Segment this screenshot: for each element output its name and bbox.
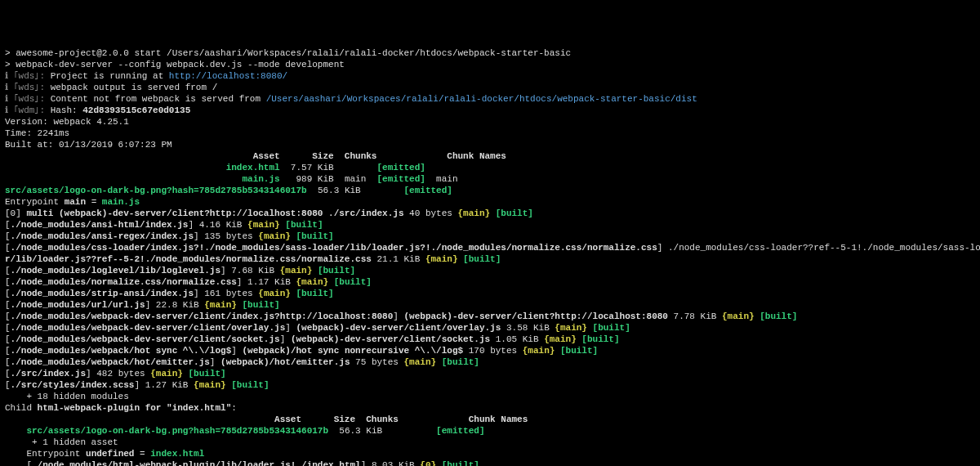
terminal-line: Asset Size Chunks Chunk Names [5, 150, 975, 162]
terminal-line: [./node_modules/loglevel/lib/loglevel.js… [5, 265, 975, 276]
terminal-line: src/assets/logo-on-dark-bg.png?hash=785d… [5, 425, 975, 437]
terminal-output: > awesome-project@2.0.0 start /Users/aas… [5, 47, 975, 466]
terminal-line: + 18 hidden modules [5, 391, 975, 402]
terminal-line: Child html-webpack-plugin for "index.htm… [5, 402, 975, 414]
terminal-line: [./node_modules/ansi-regex/index.js] 135… [5, 231, 975, 242]
terminal-line: [./src/styles/index.scss] 1.27 KiB {main… [5, 379, 975, 391]
terminal-line: main.js 989 KiB main [emitted] main [5, 173, 975, 185]
terminal-line: [./node_modules/ansi-html/index.js] 4.16… [5, 219, 975, 231]
terminal-line: [./node_modules/url/url.js] 22.8 KiB {ma… [5, 299, 975, 311]
terminal-line: > awesome-project@2.0.0 start /Users/aas… [5, 47, 975, 59]
terminal-line: r/lib/loader.js??ref--5-2!./node_modules… [5, 253, 975, 265]
terminal-line: Entrypoint undefined = index.html [5, 448, 975, 459]
terminal-line: ℹ ｢wds｣: Content not from webpack is ser… [5, 93, 975, 105]
terminal-line: [./node_modules/webpack-dev-server/clien… [5, 322, 975, 334]
terminal-line: [./node_modules/html-webpack-plugin/lib/… [5, 459, 975, 466]
terminal-line: [./node_modules/webpack/hot sync ^\.\/lo… [5, 345, 975, 356]
terminal-line: [./node_modules/webpack/hot/emitter.js] … [5, 356, 975, 368]
terminal-line: ℹ ｢wds｣: Project is running at http://lo… [5, 70, 975, 82]
terminal-line: Version: webpack 4.25.1 [5, 116, 975, 128]
terminal-line: [./node_modules/webpack-dev-server/clien… [5, 334, 975, 345]
terminal-line: + 1 hidden asset [5, 437, 975, 448]
terminal-line: Time: 2241ms [5, 128, 975, 139]
terminal-line: Built at: 01/13/2019 6:07:23 PM [5, 139, 975, 150]
terminal-line: ℹ ｢wds｣: webpack output is served from / [5, 82, 975, 93]
terminal-line: [./node_modules/strip-ansi/index.js] 161… [5, 288, 975, 299]
terminal-line: Asset Size Chunks Chunk Names [5, 414, 975, 425]
terminal-line: [./node_modules/normalize.css/normalize.… [5, 276, 975, 288]
terminal-line: [./node_modules/webpack-dev-server/clien… [5, 311, 975, 322]
terminal-line: src/assets/logo-on-dark-bg.png?hash=785d… [5, 185, 975, 196]
terminal-line: > webpack-dev-server --config webpack.de… [5, 59, 975, 70]
terminal-line: [./src/index.js] 482 bytes {main} [built… [5, 368, 975, 379]
terminal-line: index.html 7.57 KiB [emitted] [5, 162, 975, 173]
terminal-line: ℹ ｢wdm｣: Hash: 42d8393515c67e0d0135 [5, 105, 975, 116]
terminal-line: Entrypoint main = main.js [5, 196, 975, 208]
terminal-line: [0] multi (webpack)-dev-server/client?ht… [5, 208, 975, 219]
terminal-line: [./node_modules/css-loader/index.js?!./n… [5, 242, 975, 253]
